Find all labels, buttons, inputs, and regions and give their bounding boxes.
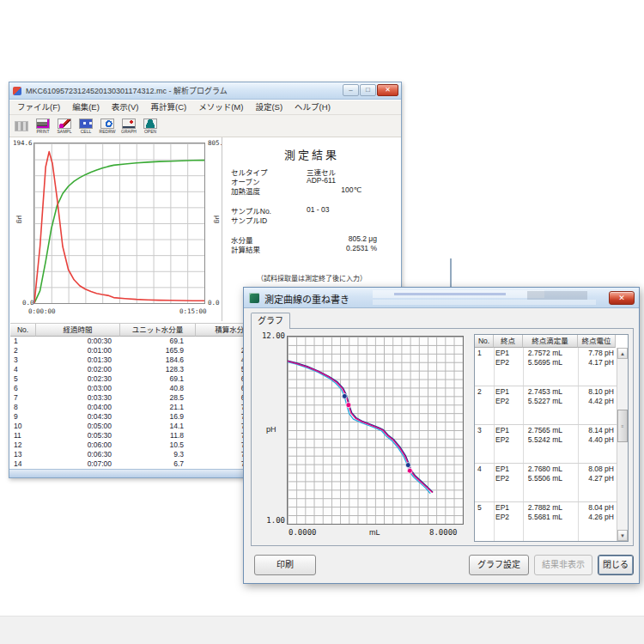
menu-item[interactable]: 再計算(C) [144, 100, 192, 114]
endpoint-volume: 5.5227 mL [528, 397, 562, 405]
table-row[interactable]: 1EP12.7572 mL7.78 pHEP25.5695 mL4.17 pH [475, 348, 628, 386]
endpoint-table: No.終点終点滴定量終点電位 1EP12.7572 mL7.78 pHEP25.… [474, 334, 629, 542]
scroll-thumb[interactable]: ≡ [617, 410, 628, 442]
user-button[interactable]: OPEN [140, 116, 161, 137]
table-row[interactable]: 2EP12.7453 mL8.10 pHEP25.5227 mL4.42 pH [475, 386, 628, 425]
endpoint-name: EP2 [495, 513, 509, 521]
row-number: 4 [477, 465, 482, 473]
results-field: サンプルNo.01 - 03 [231, 205, 394, 215]
endpoint-name: EP1 [495, 387, 509, 396]
table-cell: 1 [10, 337, 36, 346]
endpoint-volume: 2.7680 mL [528, 465, 562, 473]
column-header[interactable]: ユニット水分量 [120, 324, 196, 337]
print-button[interactable]: 印刷 [254, 555, 316, 575]
menu-item[interactable]: 編集(E) [66, 100, 106, 114]
table-cell: 0:06:30 [36, 450, 120, 459]
column-header[interactable]: 終点電位 [578, 335, 616, 348]
endpoint-volume: 5.5242 mL [528, 435, 562, 444]
endpoint-scrollbar[interactable]: ▲ ≡ ▼ [617, 348, 628, 541]
table-cell: 0:06:00 [36, 440, 120, 450]
table-row[interactable]: 4EP12.7680 mL8.08 pHEP25.5506 mL4.27 pH [475, 464, 628, 502]
column-header[interactable]: No. [475, 335, 494, 348]
graph-button[interactable]: GRAPH [118, 116, 139, 137]
endpoint-volume: 2.7565 mL [528, 426, 562, 434]
table-cell: 8 [10, 403, 36, 412]
table-row[interactable]: 5EP12.7882 mL8.04 pHEP25.5681 mL4.26 pH [475, 502, 628, 541]
row-number: 2 [477, 387, 482, 396]
table-cell: 40.8 [120, 384, 196, 393]
field-label: 計算結果 [231, 244, 260, 254]
maximize-button[interactable]: □ [360, 84, 376, 96]
table-cell: 4 [10, 365, 36, 374]
column-header[interactable]: 終点滴定量 [523, 335, 578, 348]
results-field: セルタイプ三連セル [231, 167, 394, 176]
endpoint-potential: 4.26 pH [588, 513, 614, 521]
menu-item[interactable]: 表示(V) [106, 100, 145, 114]
titration-chart [287, 336, 464, 525]
field-value: 01 - 03 [307, 205, 329, 214]
ph-axis-min-label: 1.00 [258, 516, 285, 525]
results-field: 計算結果0.2531 % [231, 244, 394, 253]
endpoint-potential: 8.14 pH [588, 426, 614, 434]
close-button[interactable]: ✕ [609, 291, 635, 305]
table-cell: 184.6 [120, 355, 196, 365]
front-title-bar[interactable]: 測定曲線の重ね書き ✕ [244, 288, 639, 308]
results-fields: セルタイプ三連セルオーブンADP-611加熱温度100℃サンプルNo.01 - … [231, 167, 394, 253]
endpoint-name: EP2 [495, 397, 509, 405]
print-button[interactable]: PRINT [33, 116, 53, 137]
cell-grid-button[interactable]: CELL [76, 116, 96, 137]
endpoint-line: EP25.5506 mL4.27 pH [494, 474, 616, 483]
endpoint-potential: 4.42 pH [588, 397, 614, 405]
endpoint-name: EP2 [495, 474, 509, 483]
endpoint-table-body: 1EP12.7572 mL7.78 pHEP25.5695 mL4.17 pH2… [475, 348, 628, 541]
sample-pen-button[interactable]: SAMPL [54, 116, 75, 137]
table-cell: 21.1 [120, 403, 196, 412]
field-value: 0.2531 % [346, 244, 377, 252]
table-cell: 6.7 [120, 459, 196, 469]
graph-settings-button[interactable]: グラフ設定 [469, 555, 529, 575]
app-icon [13, 87, 21, 95]
endpoint-volume: 5.5681 mL [528, 513, 562, 521]
close-dialog-button[interactable]: 閉じる [598, 555, 634, 575]
left-axis-unit: μg [16, 216, 24, 223]
minimize-button[interactable]: – [343, 84, 359, 96]
endpoint-table-header: No.終点終点滴定量終点電位 [475, 335, 628, 348]
endpoint-line: EP12.7565 mL8.14 pH [494, 426, 616, 434]
menu-item[interactable]: メソッド(M) [192, 100, 249, 114]
review-button[interactable]: REDRW [97, 116, 118, 137]
table-cell: 16.9 [120, 412, 196, 422]
dialog-title: 測定曲線の重ね書き [264, 292, 349, 306]
scroll-down-icon[interactable]: ▼ [617, 530, 628, 541]
endpoint-line: EP25.5695 mL4.17 pH [494, 358, 616, 367]
table-cell: 0:05:30 [36, 431, 120, 440]
user-icon [143, 118, 157, 129]
ph-axis-max-label: 12.00 [258, 331, 285, 340]
moisture-chart [33, 143, 205, 304]
table-cell: 28.5 [120, 393, 196, 403]
endpoint-line: EP25.5242 mL4.40 pH [494, 435, 616, 444]
back-title-bar[interactable]: MKC61095723124520130301174312.mc - 解析プログ… [9, 82, 401, 100]
graph-icon [122, 118, 136, 129]
results-field: サンプルID [231, 215, 394, 224]
menu-item[interactable]: 設定(S) [249, 100, 289, 114]
table-cell: 10 [10, 422, 36, 431]
table-cell: 0:05:00 [36, 422, 120, 431]
scroll-up-icon[interactable]: ▲ [617, 348, 628, 359]
endpoint-volume: 2.7453 mL [528, 387, 562, 396]
column-header[interactable]: 終点 [494, 335, 523, 348]
table-cell: 0:04:30 [36, 412, 120, 422]
table-row[interactable]: 3EP12.7565 mL8.14 pHEP25.5242 mL4.40 pH [475, 425, 628, 464]
endpoint-name: EP1 [495, 426, 509, 434]
table-cell: 69.1 [120, 337, 196, 346]
close-button[interactable]: ✕ [377, 84, 398, 96]
tab-graph[interactable]: グラフ [251, 313, 290, 329]
column-header[interactable]: No. [10, 324, 36, 337]
menu-item[interactable]: ファイル(F) [11, 100, 66, 114]
column-header[interactable]: 経過時間 [36, 324, 120, 337]
right-axis-min-label: 0.0 [208, 299, 220, 307]
menu-item[interactable]: ヘルプ(H) [289, 100, 337, 114]
toolbar: PRINTSAMPLCELLREDRWGRAPHOPEN [9, 115, 401, 137]
table-cell: 9 [10, 412, 36, 422]
table-cell: 0:03:30 [36, 393, 120, 403]
table-cell: 12 [10, 440, 36, 450]
